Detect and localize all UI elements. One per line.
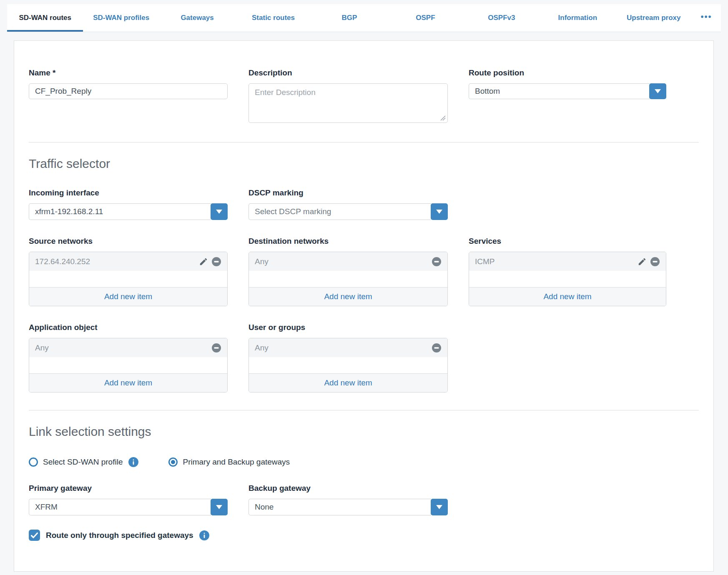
remove-item-icon[interactable] xyxy=(432,343,442,353)
user-or-groups-listbox: Any Add new item xyxy=(249,338,448,392)
section-divider xyxy=(29,142,699,142)
backup-gateway-caret-button[interactable] xyxy=(431,499,448,515)
route-only-through-specified-gateways-checkbox[interactable] xyxy=(29,530,40,541)
route-position-label: Route position xyxy=(469,68,666,78)
listbox-empty-space xyxy=(249,271,447,287)
primary-and-backup-gateways-radio-label[interactable]: Primary and Backup gateways xyxy=(183,458,290,467)
user-or-groups-item: Any xyxy=(249,338,447,357)
incoming-interface-label: Incoming interface xyxy=(29,188,228,198)
more-tabs-icon[interactable]: ••• xyxy=(692,4,721,32)
route-position-select[interactable]: Bottom xyxy=(469,83,666,99)
source-networks-add-new-item-button[interactable]: Add new item xyxy=(29,287,227,306)
name-field-group: Name * xyxy=(29,68,228,125)
user-or-groups-label: User or groups xyxy=(249,323,448,332)
primary-gateway-value: XFRM xyxy=(29,499,211,515)
link-selection-settings-heading: Link selection settings xyxy=(29,425,699,439)
select-sd-wan-profile-radio-label[interactable]: Select SD-WAN profile xyxy=(43,458,123,467)
services-field-group: Services ICMP Add new item xyxy=(469,237,666,306)
primary-gateway-caret-button[interactable] xyxy=(211,499,228,515)
remove-item-icon[interactable] xyxy=(432,257,442,267)
route-position-caret-button[interactable] xyxy=(649,83,666,99)
listbox-empty-space xyxy=(249,357,447,373)
name-label: Name * xyxy=(29,68,228,78)
application-object-item: Any xyxy=(29,338,227,357)
backup-gateway-value: None xyxy=(249,499,431,515)
backup-gateway-select[interactable]: None xyxy=(249,499,448,515)
user-or-groups-item-text: Any xyxy=(255,343,432,352)
destination-networks-add-new-item-button[interactable]: Add new item xyxy=(249,287,447,306)
source-networks-item: 172.64.240.252 xyxy=(29,252,227,271)
traffic-selector-heading: Traffic selector xyxy=(29,157,699,171)
section-divider xyxy=(29,410,699,410)
dscp-marking-label: DSCP marking xyxy=(249,188,448,198)
primary-gateway-field-group: Primary gateway XFRM xyxy=(29,484,228,515)
tab-ospf[interactable]: OSPF xyxy=(387,4,463,32)
info-icon[interactable] xyxy=(199,530,209,540)
services-item: ICMP xyxy=(469,252,666,271)
services-add-new-item-button[interactable]: Add new item xyxy=(469,287,666,306)
route-position-value: Bottom xyxy=(469,83,650,99)
tab-bgp[interactable]: BGP xyxy=(311,4,387,32)
name-input[interactable] xyxy=(29,83,228,99)
remove-item-icon[interactable] xyxy=(650,257,660,267)
services-listbox: ICMP Add new item xyxy=(469,252,666,306)
user-or-groups-field-group: User or groups Any Add new item xyxy=(249,323,448,392)
description-textarea[interactable] xyxy=(249,83,448,123)
source-networks-label: Source networks xyxy=(29,237,228,246)
tab-information[interactable]: Information xyxy=(540,4,615,32)
primary-and-backup-gateways-radio[interactable] xyxy=(168,458,178,467)
select-sd-wan-profile-radio[interactable] xyxy=(29,458,38,467)
incoming-interface-caret-button[interactable] xyxy=(211,203,228,220)
incoming-interface-select[interactable]: xfrm1-192.168.2.11 xyxy=(29,203,228,220)
chevron-down-icon xyxy=(216,210,222,214)
info-icon[interactable] xyxy=(128,457,138,467)
source-networks-item-text: 172.64.240.252 xyxy=(35,257,199,266)
tab-gateways[interactable]: Gateways xyxy=(159,4,235,32)
user-or-groups-add-new-item-button[interactable]: Add new item xyxy=(249,373,447,392)
application-object-listbox: Any Add new item xyxy=(29,338,228,392)
edit-pencil-icon[interactable] xyxy=(199,257,208,266)
services-label: Services xyxy=(469,237,666,246)
checkmark-icon xyxy=(31,532,38,538)
backup-gateway-label: Backup gateway xyxy=(249,484,448,493)
top-tab-bar: SD-WAN routes SD-WAN profiles Gateways S… xyxy=(7,4,721,32)
tab-upstream-proxy[interactable]: Upstream proxy xyxy=(616,4,692,32)
application-object-add-new-item-button[interactable]: Add new item xyxy=(29,373,227,392)
edit-pencil-icon[interactable] xyxy=(638,257,647,266)
application-object-item-text: Any xyxy=(35,343,211,352)
backup-gateway-field-group: Backup gateway None xyxy=(249,484,448,515)
incoming-interface-value: xfrm1-192.168.2.11 xyxy=(29,203,211,220)
route-position-field-group: Route position Bottom xyxy=(469,68,666,125)
description-field-group: Description xyxy=(249,68,448,125)
destination-networks-label: Destination networks xyxy=(249,237,448,246)
services-item-text: ICMP xyxy=(475,257,638,266)
chevron-down-icon xyxy=(436,210,442,214)
tab-static-routes[interactable]: Static routes xyxy=(235,4,311,32)
listbox-empty-space xyxy=(29,271,227,287)
dscp-marking-select[interactable]: Select DSCP marking xyxy=(249,203,448,220)
destination-networks-field-group: Destination networks Any Add new item xyxy=(249,237,448,306)
source-networks-listbox: 172.64.240.252 Add new item xyxy=(29,252,228,306)
destination-networks-item: Any xyxy=(249,252,447,271)
tab-ospfv3[interactable]: OSPFv3 xyxy=(464,4,540,32)
chevron-down-icon xyxy=(655,89,661,93)
route-only-checkbox-label[interactable]: Route only through specified gateways xyxy=(46,531,193,540)
incoming-interface-field-group: Incoming interface xfrm1-192.168.2.11 xyxy=(29,188,228,220)
destination-networks-item-text: Any xyxy=(255,257,432,266)
chevron-down-icon xyxy=(216,505,222,509)
dscp-marking-field-group: DSCP marking Select DSCP marking xyxy=(249,188,448,220)
remove-item-icon[interactable] xyxy=(211,343,221,353)
dscp-marking-value: Select DSCP marking xyxy=(249,203,431,220)
listbox-empty-space xyxy=(469,271,666,287)
sd-wan-route-form-card: Name * Description Route position Bottom xyxy=(14,40,714,572)
remove-item-icon[interactable] xyxy=(211,257,221,267)
description-label: Description xyxy=(249,68,448,78)
tab-sd-wan-profiles[interactable]: SD-WAN profiles xyxy=(83,4,159,32)
primary-gateway-label: Primary gateway xyxy=(29,484,228,493)
primary-gateway-select[interactable]: XFRM xyxy=(29,499,228,515)
tab-sd-wan-routes[interactable]: SD-WAN routes xyxy=(7,4,83,32)
application-object-label: Application object xyxy=(29,323,228,332)
dscp-marking-caret-button[interactable] xyxy=(431,203,448,220)
listbox-empty-space xyxy=(29,357,227,373)
destination-networks-listbox: Any Add new item xyxy=(249,252,448,306)
